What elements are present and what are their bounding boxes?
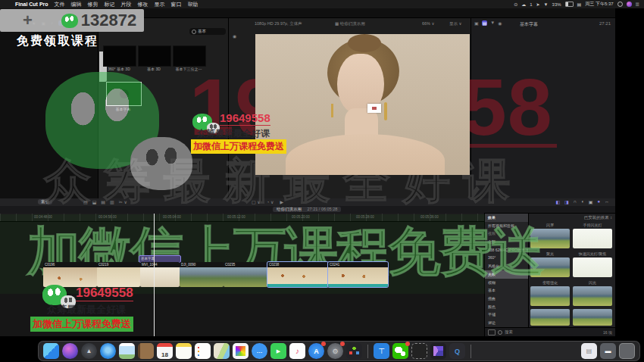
fx-effect-thumb[interactable] [573,257,612,277]
expand-icon[interactable]: ↔ [605,199,609,204]
menu-view[interactable]: 显示 [155,1,165,8]
dock-messages[interactable]: … [252,343,267,359]
dock-reminders[interactable] [195,343,211,359]
fx-category[interactable]: 颜色 [485,303,528,311]
record-icon[interactable]: ● [597,199,600,204]
dock-screenshot[interactable] [411,343,427,359]
dock-app-store[interactable]: A [308,343,324,359]
fx-category[interactable]: 平铺 [485,311,528,319]
dock-launchpad[interactable]: ▲ [81,343,97,359]
menu-help[interactable]: 帮助 [188,1,199,8]
search-icon[interactable] [617,2,623,7]
thumbnail-view-toggle-icon[interactable] [488,329,496,335]
media-browser-icon[interactable]: ▣ [589,199,593,204]
fx-category[interactable]: 038 62MAC-PRO效果 求... [485,246,528,254]
fx-effect-thumb[interactable] [530,309,570,326]
dock-calendar[interactable]: 18 [157,343,173,359]
menu-edit[interactable]: 编辑 [71,1,82,8]
dock-keynote[interactable]: ⊤ [374,343,389,359]
menu-mark[interactable]: 标记 [105,1,115,8]
menu-modify[interactable]: 修改 [138,1,148,8]
dock-settings[interactable]: ⚙ [327,343,343,359]
dock-trash[interactable] [619,343,635,359]
dock-preview[interactable] [119,343,135,359]
dock-wechat[interactable] [392,343,408,359]
fx-category[interactable]: 基本 [485,286,528,295]
viewer-zoom-menu[interactable]: 66% ∨ [422,21,435,26]
timeline-clip-selected[interactable]: C0241 [328,262,388,287]
menu-app-name[interactable]: Final Cut Pro [15,2,48,7]
menu-clip[interactable]: 片段 [121,1,132,8]
dock-safari[interactable] [100,343,116,359]
dock-quicktime[interactable]: Q [449,343,465,359]
info-inspector-icon[interactable]: ◉ [498,20,502,26]
dock-notes[interactable] [176,343,192,359]
index-button[interactable]: 索引 [38,199,52,204]
text-inspector-icon[interactable]: ▤ [482,20,488,26]
effects-browser-icon[interactable]: ◧ [555,199,560,204]
dock-finder[interactable] [43,343,59,359]
wifi-icon[interactable]: ▼ [544,2,549,7]
fx-effect-thumb[interactable] [530,286,570,306]
dock-music[interactable]: ♪ [289,343,305,359]
dock-davinci-resolve[interactable] [346,343,362,359]
title-thumb-basic-3d[interactable] [138,45,171,67]
viewer-video-frame[interactable] [255,34,470,175]
insert-clip-icon[interactable]: ⬓ [92,199,97,204]
audio-meters-icon[interactable]: ∩ [574,199,577,204]
menu-window[interactable]: 窗口 [171,1,182,8]
connect-clip-icon[interactable]: ⬒ [83,199,88,204]
clock-datetime[interactable]: 周三 下午5:37 [585,1,613,8]
fx-category[interactable]: 扭曲 [485,295,528,303]
video-inspector-icon[interactable]: ▣ [474,20,479,26]
project-tab[interactable]: 给你们演示用 27:21 / 06:05:28 [273,207,341,212]
menu-trim[interactable]: 修剪 [88,1,98,8]
timeline-clip[interactable]: C0235 [224,262,267,287]
dock-photos[interactable] [233,343,249,359]
timeline-clip[interactable]: C0219 [97,262,140,287]
titles-search-field[interactable]: 基本 [189,28,226,35]
dock-printer[interactable]: ▬ [600,343,616,359]
playhead[interactable] [154,214,155,336]
inspector-chevron-icon[interactable]: ▼ [490,20,495,26]
overwrite-clip-icon[interactable]: ▥ [110,199,114,204]
header-stepper-icon[interactable]: ↕ [610,215,612,220]
menu-file[interactable]: 文件 [55,1,65,8]
sound-icon[interactable]: ◖ [581,199,584,204]
screen-record-icon[interactable]: ⊙ [514,2,517,7]
play-icon[interactable]: ▶ [280,199,283,204]
title-thumb-lower-third[interactable] [173,45,206,67]
list-icon[interactable]: ▤ [577,2,582,7]
title-thumb-basic-selected[interactable] [106,82,142,106]
dock-facetime[interactable]: ▶ [270,343,286,359]
fx-category[interactable]: 所有视频和音频 [485,222,528,230]
control-center-icon[interactable]: ☰ [636,2,639,7]
fx-effect-thumb[interactable] [573,309,612,326]
fx-effect-thumb[interactable] [530,229,570,248]
fx-category[interactable]: 360° [485,254,528,262]
viewer-settings-icon[interactable]: ◉ [233,33,236,39]
dock-final-cut-pro[interactable] [430,343,446,359]
fx-effect-thumb[interactable] [573,229,612,248]
timeline-clip-selected[interactable]: C0238 [267,262,328,287]
fx-category[interactable]: 模糊 [485,279,528,287]
timeline-clip[interactable]: MVI_1044 [140,262,180,287]
dock-maps[interactable] [214,343,230,359]
fx-effect-thumb[interactable] [573,286,612,306]
siri-icon[interactable] [627,2,632,7]
fx-search-placeholder[interactable]: 搜索 [505,329,513,335]
cloud-icon[interactable]: ☁ [521,2,526,7]
fx-effect-thumb[interactable] [530,257,570,277]
fx-category[interactable]: 评论 [485,319,528,327]
fx-category[interactable]: 全部 [485,238,528,246]
timeline-ruler[interactable]: 00:04:48:00 00:04:56:00 00:05:04:00 00:0… [0,214,485,222]
dock-document[interactable]: ▤ [581,343,597,359]
timeline-clip[interactable]: C0196 [43,262,97,287]
transitions-browser-icon[interactable]: ◨ [564,199,569,204]
retime-menu-icon[interactable]: ◔ ∨ [267,199,274,204]
dock-siri[interactable] [62,343,78,359]
fx-category-selected[interactable]: 光效 [485,270,528,279]
title-thumb-360-basic-3d[interactable] [103,45,136,67]
append-clip-icon[interactable]: ▤ [101,199,105,204]
dock-contacts[interactable] [138,343,154,359]
